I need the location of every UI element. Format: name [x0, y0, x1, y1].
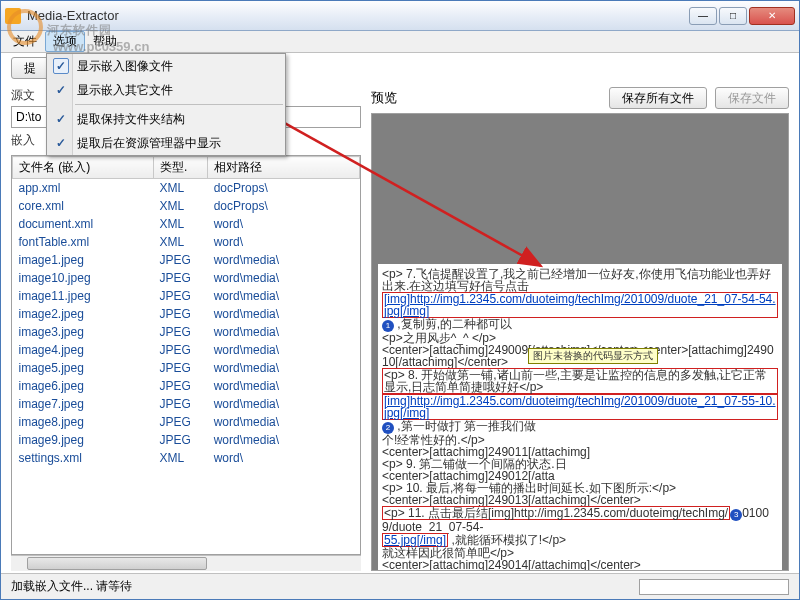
table-row[interactable]: image2.jpegJPEGword\media\ — [13, 305, 360, 323]
cell-type: JPEG — [153, 305, 207, 323]
save-file-button[interactable]: 保存文件 — [715, 87, 789, 109]
cell-name: settings.xml — [13, 449, 154, 467]
cell-type: XML — [153, 449, 207, 467]
menu-show-other[interactable]: ✓ 显示嵌入其它文件 — [47, 78, 285, 102]
extract-button[interactable]: 提 — [11, 57, 49, 79]
menu-label: 提取保持文件夹结构 — [77, 111, 185, 128]
menu-help[interactable]: 帮助 — [85, 31, 125, 52]
save-all-button[interactable]: 保存所有文件 — [609, 87, 707, 109]
cell-path: word\media\ — [208, 431, 360, 449]
cell-path: word\media\ — [208, 377, 360, 395]
table-row[interactable]: image4.jpegJPEGword\media\ — [13, 341, 360, 359]
cell-path: word\media\ — [208, 251, 360, 269]
cell-path: word\media\ — [208, 323, 360, 341]
separator — [75, 104, 283, 105]
cell-type: JPEG — [153, 323, 207, 341]
cell-name: image7.jpeg — [13, 395, 154, 413]
cell-name: image9.jpeg — [13, 431, 154, 449]
menubar: 文件 选项 帮助 — [1, 31, 799, 53]
table-row[interactable]: image6.jpegJPEGword\media\ — [13, 377, 360, 395]
table-row[interactable]: settings.xmlXMLword\ — [13, 449, 360, 467]
table-row[interactable]: document.xmlXMLword\ — [13, 215, 360, 233]
file-list[interactable]: 文件名 (嵌入) 类型. 相对路径 app.xmlXMLdocProps\cor… — [11, 155, 361, 555]
menu-file[interactable]: 文件 — [5, 31, 45, 52]
col-relpath[interactable]: 相对路径 — [208, 157, 360, 179]
cell-path: word\media\ — [208, 305, 360, 323]
menu-options[interactable]: 选项 — [45, 31, 85, 52]
preview-title: 预览 — [371, 89, 601, 107]
table-row[interactable]: image7.jpegJPEGword\media\ — [13, 395, 360, 413]
cell-type: JPEG — [153, 269, 207, 287]
cell-type: XML — [153, 197, 207, 215]
progress-bar — [639, 579, 789, 595]
table-row[interactable]: app.xmlXMLdocProps\ — [13, 179, 360, 197]
minimize-button[interactable]: — — [689, 7, 717, 25]
cell-type: JPEG — [153, 251, 207, 269]
menu-label: 显示嵌入图像文件 — [77, 58, 173, 75]
table-row[interactable]: image9.jpegJPEGword\media\ — [13, 431, 360, 449]
preview-document[interactable]: <p> 7.飞信提醒设置了,我之前已经增加一位好友,你使用飞信功能业也弄好出来.… — [378, 264, 782, 571]
cell-type: XML — [153, 215, 207, 233]
col-filename[interactable]: 文件名 (嵌入) — [13, 157, 154, 179]
preview-area: <p> 7.飞信提醒设置了,我之前已经增加一位好友,你使用飞信功能业也弄好出来.… — [371, 113, 789, 571]
cell-name: image11.jpeg — [13, 287, 154, 305]
table-row[interactable]: image1.jpegJPEGword\media\ — [13, 251, 360, 269]
menu-show-images[interactable]: ✓ 显示嵌入图像文件 — [47, 54, 285, 78]
cell-name: fontTable.xml — [13, 233, 154, 251]
cell-path: word\media\ — [208, 287, 360, 305]
cell-type: JPEG — [153, 359, 207, 377]
cell-name: app.xml — [13, 179, 154, 197]
cell-type: JPEG — [153, 395, 207, 413]
table-row[interactable]: image10.jpegJPEGword\media\ — [13, 269, 360, 287]
cell-name: image2.jpeg — [13, 305, 154, 323]
table-row[interactable]: core.xmlXMLdocProps\ — [13, 197, 360, 215]
cell-path: word\media\ — [208, 269, 360, 287]
table-row[interactable]: image5.jpegJPEGword\media\ — [13, 359, 360, 377]
cell-type: XML — [153, 233, 207, 251]
table-row[interactable]: image11.jpegJPEGword\media\ — [13, 287, 360, 305]
cell-type: JPEG — [153, 413, 207, 431]
cell-type: JPEG — [153, 431, 207, 449]
table-row[interactable]: image8.jpegJPEGword\media\ — [13, 413, 360, 431]
cell-path: docProps\ — [208, 197, 360, 215]
maximize-button[interactable]: □ — [719, 7, 747, 25]
menu-show-explorer[interactable]: ✓ 提取后在资源管理器中显示 — [47, 131, 285, 155]
window-title: Media-Extractor — [27, 8, 689, 23]
close-button[interactable]: ✕ — [749, 7, 795, 25]
table-row[interactable]: fontTable.xmlXMLword\ — [13, 233, 360, 251]
check-icon: ✓ — [53, 82, 69, 98]
cell-type: JPEG — [153, 341, 207, 359]
cell-type: XML — [153, 179, 207, 197]
cell-name: document.xml — [13, 215, 154, 233]
cell-path: word\ — [208, 215, 360, 233]
cell-path: word\media\ — [208, 413, 360, 431]
cell-path: word\ — [208, 449, 360, 467]
col-type[interactable]: 类型. — [153, 157, 207, 179]
menu-keep-structure[interactable]: ✓ 提取保持文件夹结构 — [47, 107, 285, 131]
statusbar: 加载嵌入文件... 请等待 — [1, 573, 799, 599]
annotation-tooltip: 图片未替换的代码显示方式 — [528, 348, 658, 364]
app-icon — [5, 8, 21, 24]
cell-name: image8.jpeg — [13, 413, 154, 431]
check-icon: ✓ — [53, 135, 69, 151]
titlebar: Media-Extractor — □ ✕ — [1, 1, 799, 31]
right-panel: 预览 保存所有文件 保存文件 <p> 7.飞信提醒设置了,我之前已经增加一位好友… — [371, 83, 789, 571]
cell-name: image6.jpeg — [13, 377, 154, 395]
horizontal-scrollbar[interactable] — [11, 555, 361, 571]
options-dropdown: ✓ 显示嵌入图像文件 ✓ 显示嵌入其它文件 ✓ 提取保持文件夹结构 ✓ 提取后在… — [46, 53, 286, 156]
cell-name: image1.jpeg — [13, 251, 154, 269]
cell-name: image10.jpeg — [13, 269, 154, 287]
status-text: 加载嵌入文件... 请等待 — [11, 578, 132, 595]
cell-path: word\media\ — [208, 395, 360, 413]
cell-type: JPEG — [153, 377, 207, 395]
cell-type: JPEG — [153, 287, 207, 305]
check-icon: ✓ — [53, 58, 69, 74]
menu-label: 显示嵌入其它文件 — [77, 82, 173, 99]
cell-name: image4.jpeg — [13, 341, 154, 359]
check-icon: ✓ — [53, 111, 69, 127]
left-panel: 源文 嵌入 文件名 (嵌入) 类型. 相对路径 app.xmlXMLdocPro… — [11, 83, 361, 571]
app-window: 河东软件园 www.pc0359.cn Media-Extractor — □ … — [0, 0, 800, 600]
cell-path: word\ — [208, 233, 360, 251]
cell-path: word\media\ — [208, 359, 360, 377]
table-row[interactable]: image3.jpegJPEGword\media\ — [13, 323, 360, 341]
